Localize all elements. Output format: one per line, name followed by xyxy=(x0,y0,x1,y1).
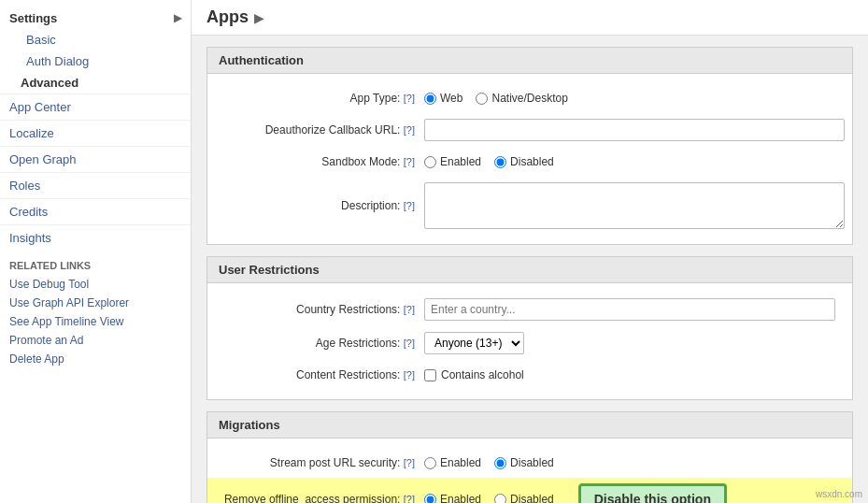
stream-disabled-option[interactable]: Disabled xyxy=(494,456,554,469)
migrations-header: Migrations xyxy=(207,412,852,438)
remove-offline-help[interactable]: [?] xyxy=(404,494,415,503)
sidebar-item-app-center[interactable]: App Center xyxy=(0,93,191,120)
user-restrictions-header: User Restrictions xyxy=(207,257,852,283)
authentication-body: App Type: [?] Web Native/Desktop xyxy=(207,74,852,244)
deauth-callback-input[interactable] xyxy=(424,119,845,141)
disable-callout: Disable this option xyxy=(578,483,727,503)
app-type-radio-group: Web Native/Desktop xyxy=(424,92,841,105)
stream-post-help[interactable]: [?] xyxy=(404,457,415,468)
authentication-section: Authentication App Type: [?] Web Native/… xyxy=(206,47,853,245)
main-content: Apps ▶ Authentication App Type: [?] Web xyxy=(192,0,868,503)
sidebar-item-roles[interactable]: Roles xyxy=(0,172,191,198)
app-type-web-option[interactable]: Web xyxy=(424,92,462,105)
app-type-row: App Type: [?] Web Native/Desktop xyxy=(207,83,852,113)
settings-label: Settings xyxy=(9,11,57,25)
sidebar-item-auth-dialog[interactable]: Auth Dialog xyxy=(0,50,191,72)
settings-chevron-icon: ▶ xyxy=(174,12,181,24)
content-restrictions-row: Content Restrictions: [?] Contains alcoh… xyxy=(207,360,852,390)
stream-post-label: Stream post URL security: [?] xyxy=(219,456,424,469)
sidebar-link-delete-app[interactable]: Delete App xyxy=(0,350,191,368)
sidebar-link-promote-ad[interactable]: Promote an Ad xyxy=(0,331,191,350)
remove-enabled-option[interactable]: Enabled xyxy=(424,493,481,503)
description-help[interactable]: [?] xyxy=(404,200,415,211)
remove-offline-row: Remove offline_access permission: [?] En… xyxy=(207,478,852,503)
page-title: Apps xyxy=(206,7,249,27)
remove-enabled-radio[interactable] xyxy=(424,494,436,504)
stream-post-radio-group: Enabled Disabled xyxy=(424,456,841,469)
country-restrictions-row: Country Restrictions: [?] xyxy=(207,293,852,326)
user-restrictions-section: User Restrictions Country Restrictions: … xyxy=(206,256,853,400)
app-type-web-radio[interactable] xyxy=(424,93,436,105)
page-header: Apps ▶ xyxy=(192,0,868,36)
age-help[interactable]: [?] xyxy=(404,338,415,349)
remove-offline-radio-group: Enabled Disabled Disable this option xyxy=(424,483,841,503)
settings-section[interactable]: Settings ▶ xyxy=(0,4,191,29)
deauth-input-area xyxy=(424,119,845,141)
sandbox-disabled-option[interactable]: Disabled xyxy=(494,155,554,168)
sidebar-item-localize[interactable]: Localize xyxy=(0,120,191,146)
content-checkbox-area: Contains alcohol xyxy=(424,368,841,381)
sandbox-mode-row: Sandbox Mode: [?] Enabled Disabled xyxy=(207,147,852,177)
sidebar: Settings ▶ Basic Auth Dialog Advanced Ap… xyxy=(0,0,192,503)
description-textarea[interactable] xyxy=(424,182,845,229)
country-input-area xyxy=(424,298,841,321)
sidebar-item-open-graph[interactable]: Open Graph xyxy=(0,146,191,172)
country-input[interactable] xyxy=(424,298,835,321)
sidebar-link-timeline[interactable]: See App Timeline View xyxy=(0,312,191,331)
remove-disabled-radio[interactable] xyxy=(494,494,506,504)
remove-offline-label: Remove offline_access permission: [?] xyxy=(219,493,424,503)
content-help[interactable]: [?] xyxy=(404,369,415,381)
authentication-header: Authentication xyxy=(207,48,852,74)
header-arrow-icon: ▶ xyxy=(254,10,264,25)
sandbox-help[interactable]: [?] xyxy=(404,156,415,167)
contains-alcohol-label[interactable]: Contains alcohol xyxy=(424,368,524,381)
app-type-native-option[interactable]: Native/Desktop xyxy=(476,92,567,105)
deauth-help[interactable]: [?] xyxy=(404,124,415,136)
description-label: Description: [?] xyxy=(219,199,424,212)
app-type-help[interactable]: [?] xyxy=(404,93,415,104)
app-type-native-radio[interactable] xyxy=(476,93,488,105)
migrations-body: Stream post URL security: [?] Enabled Di… xyxy=(207,438,852,503)
country-label: Country Restrictions: [?] xyxy=(219,303,424,316)
sandbox-enabled-option[interactable]: Enabled xyxy=(424,155,481,168)
app-type-label: App Type: [?] xyxy=(219,92,424,105)
description-row: Description: [?] xyxy=(207,177,852,235)
sidebar-item-insights[interactable]: Insights xyxy=(0,224,191,251)
deauth-label: Deauthorize Callback URL: [?] xyxy=(219,123,424,137)
sandbox-enabled-radio[interactable] xyxy=(424,156,436,168)
deauth-callback-row: Deauthorize Callback URL: [?] xyxy=(207,113,852,147)
migrations-section: Migrations Stream post URL security: [?]… xyxy=(206,411,853,503)
age-restrictions-row: Age Restrictions: [?] Anyone (13+) 13+ 1… xyxy=(207,326,852,360)
sidebar-item-advanced[interactable]: Advanced xyxy=(0,72,191,93)
sandbox-label: Sandbox Mode: [?] xyxy=(219,155,424,168)
sidebar-item-basic[interactable]: Basic xyxy=(0,29,191,50)
stream-disabled-radio[interactable] xyxy=(494,457,506,469)
related-links-title: Related links xyxy=(0,251,191,275)
watermark: wsxdn.com xyxy=(816,489,862,499)
stream-post-row: Stream post URL security: [?] Enabled Di… xyxy=(207,448,852,478)
stream-enabled-option[interactable]: Enabled xyxy=(424,456,481,469)
sidebar-link-debug-tool[interactable]: Use Debug Tool xyxy=(0,275,191,294)
content-label: Content Restrictions: [?] xyxy=(219,368,424,381)
stream-enabled-radio[interactable] xyxy=(424,457,436,469)
sandbox-radio-group: Enabled Disabled xyxy=(424,155,841,168)
sandbox-disabled-radio[interactable] xyxy=(494,156,506,168)
sidebar-link-graph-api[interactable]: Use Graph API Explorer xyxy=(0,294,191,312)
country-help[interactable]: [?] xyxy=(404,304,415,315)
description-input-area xyxy=(424,182,845,229)
remove-disabled-option[interactable]: Disabled xyxy=(494,493,554,503)
contains-alcohol-checkbox[interactable] xyxy=(424,369,436,381)
user-restrictions-body: Country Restrictions: [?] Age Restrictio… xyxy=(207,283,852,399)
age-label: Age Restrictions: [?] xyxy=(219,337,424,350)
age-select[interactable]: Anyone (13+) 13+ 17+ 18+ 19+ 21+ xyxy=(424,332,524,354)
age-select-area: Anyone (13+) 13+ 17+ 18+ 19+ 21+ xyxy=(424,332,841,354)
sidebar-item-credits[interactable]: Credits xyxy=(0,198,191,224)
